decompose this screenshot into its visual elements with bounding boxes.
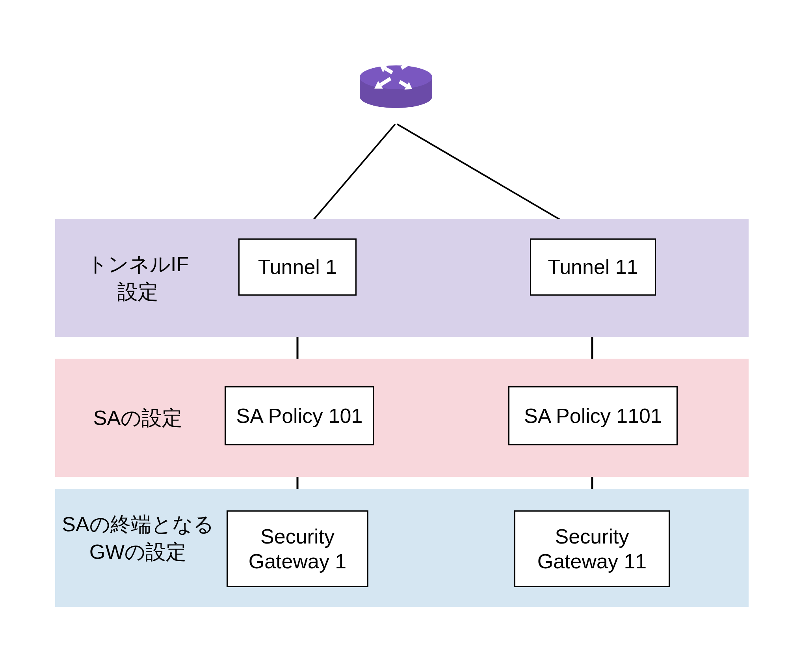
row-label-sa: SAの設定 [51,404,225,432]
node-security-gateway-11: Security Gateway 11 [514,510,670,587]
router-icon [351,35,441,126]
diagram-container: トンネルIF 設定 SAの設定 SAの終端となる GWの設定 Tunnel 1 … [0,0,788,672]
row-label-gw: SAの終端となる GWの設定 [51,510,225,566]
svg-point-8 [360,65,432,89]
row-label-tunnel: トンネルIF 設定 [51,250,225,305]
node-sa-policy-1101: SA Policy 1101 [508,386,678,445]
node-tunnel-1: Tunnel 1 [238,238,357,296]
node-tunnel-11: Tunnel 11 [530,238,656,296]
node-sa-policy-101: SA Policy 101 [225,386,374,445]
node-security-gateway-1: Security Gateway 1 [227,510,368,587]
